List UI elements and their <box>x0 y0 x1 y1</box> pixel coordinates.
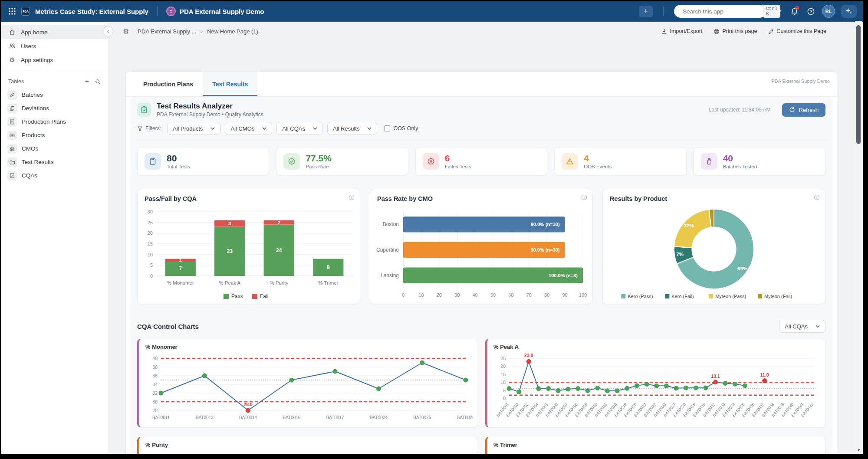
control-chart-plot: 0510152025BAT0001BAT0002BAT000323.0BAT00… <box>491 353 821 425</box>
info-icon[interactable] <box>581 194 587 202</box>
svg-text:0: 0 <box>150 273 153 279</box>
svg-text:24: 24 <box>276 247 282 253</box>
customize-page-button[interactable]: Customize this Page <box>768 28 826 34</box>
filter-cmos-select[interactable]: All CMOs <box>225 122 272 135</box>
svg-text:Kero (Fail): Kero (Fail) <box>671 294 694 299</box>
tab-production-plans[interactable]: Production Plans <box>134 72 203 96</box>
sidebar-table-production-plans[interactable]: Production Plans <box>1 115 108 128</box>
svg-text:40: 40 <box>472 292 477 298</box>
sidebar-item-label: App settings <box>21 57 53 63</box>
control-chart-plot <box>143 451 473 454</box>
sidebar-table-cmos[interactable]: CMOs <box>1 142 108 155</box>
svg-text:0: 0 <box>503 396 506 401</box>
svg-text:7%: 7% <box>676 252 684 257</box>
info-icon[interactable] <box>349 194 355 202</box>
svg-text:100.0% (n=8): 100.0% (n=8) <box>549 273 578 278</box>
print-page-button[interactable]: Print this page <box>713 28 757 34</box>
chevron-down-icon <box>367 127 372 130</box>
sidebar-table-label: CQAs <box>22 172 37 179</box>
svg-text:34: 34 <box>152 382 158 387</box>
notifications-button[interactable] <box>789 6 799 16</box>
filter-products-select[interactable]: All Products <box>167 122 220 135</box>
ai-assistant-button[interactable] <box>841 5 857 18</box>
top-bar: PDA Metrics Case Study: External Supply … <box>1 1 863 22</box>
barcode-icon <box>7 131 17 140</box>
sidebar-table-cqas[interactable]: CQAs <box>1 169 108 182</box>
favorites-button[interactable] <box>773 6 783 16</box>
star-icon <box>774 7 782 16</box>
oos-only-checkbox[interactable] <box>384 125 390 131</box>
info-icon[interactable] <box>814 194 820 202</box>
svg-text:15: 15 <box>500 372 506 377</box>
add-table-button[interactable]: + <box>85 78 89 85</box>
vertical-scrollbar[interactable]: ▾ <box>855 21 862 454</box>
svg-text:28: 28 <box>152 408 158 413</box>
svg-text:28.0: 28.0 <box>243 402 253 407</box>
notification-dot <box>796 6 799 10</box>
sidebar-table-products[interactable]: Products <box>1 128 108 142</box>
svg-text:20: 20 <box>148 230 153 236</box>
space-icon <box>166 7 176 16</box>
scrollbar-thumb[interactable] <box>856 25 861 144</box>
import-export-label: Import/Export <box>670 28 702 34</box>
svg-text:10.1: 10.1 <box>711 374 720 379</box>
stat-card-batches-tested: 40 Batches Tested <box>694 147 825 176</box>
sidebar-item-users[interactable]: Users <box>1 39 108 53</box>
breadcrumb-current[interactable]: New Home Page (1) <box>207 28 258 35</box>
control-cqa-select[interactable]: All CQAs <box>779 320 825 333</box>
app-grid-icon[interactable] <box>7 7 17 16</box>
space-title: PDA External Supply Demo <box>180 8 264 15</box>
dashboard-title-block: Test Results Analyzer PDA External Suppl… <box>157 102 263 118</box>
sidebar-table-batches[interactable]: Batches <box>1 88 108 102</box>
svg-text:15: 15 <box>148 241 153 246</box>
help-button[interactable]: ? <box>806 6 816 16</box>
copies-icon <box>7 104 17 113</box>
search-tables-button[interactable] <box>95 79 101 85</box>
flask-icon <box>701 153 717 170</box>
filter-results-select[interactable]: All Results <box>327 122 377 135</box>
stats-row: 80 Total Tests 77.5% Pass Rate <box>137 147 825 176</box>
filter-products-value: All Products <box>173 125 203 132</box>
scrollbar-down-arrow[interactable]: ▾ <box>855 447 862 453</box>
svg-text:38: 38 <box>152 364 158 370</box>
topbar-divider <box>157 7 158 16</box>
sidebar-item-app-home[interactable]: App home <box>1 25 108 39</box>
control-chart-plot: 28303234363840BAT0011BAT0013BAT001428.0B… <box>143 353 473 425</box>
search-input[interactable] <box>683 8 760 15</box>
tab-test-results[interactable]: Test Results <box>203 72 257 96</box>
stat-value: 40 <box>723 154 757 163</box>
svg-text:25: 25 <box>148 220 153 225</box>
svg-text:90: 90 <box>562 292 567 298</box>
user-avatar[interactable]: RL <box>822 5 835 18</box>
sidebar-table-label: Deviations <box>22 105 49 111</box>
stat-label: Failed Tests <box>445 164 471 169</box>
svg-text:100: 100 <box>579 292 587 298</box>
stat-label: OOS Events <box>584 164 612 169</box>
sidebar-divider <box>1 71 108 71</box>
control-chart-purity: % Purity <box>137 437 477 454</box>
chevron-down-icon <box>210 127 215 130</box>
chart-title: Pass/Fail by CQA <box>145 195 353 202</box>
sidebar-item-app-settings[interactable]: ⚙ App settings <box>1 53 108 67</box>
svg-text:BAT0026: BAT0026 <box>457 415 473 420</box>
page-settings-gear-icon[interactable]: ⚙ <box>123 27 129 36</box>
refresh-button[interactable]: Refresh <box>782 103 825 117</box>
gear-icon: ⚙ <box>8 56 16 64</box>
import-export-button[interactable]: Import/Export <box>661 28 702 34</box>
sidebar-collapse-button[interactable]: ‹ <box>103 26 113 36</box>
sidebar-table-deviations[interactable]: Deviations <box>1 102 108 115</box>
sidebar-table-test-results[interactable]: Test Results <box>1 155 108 169</box>
control-chart-plot <box>491 451 821 454</box>
filter-cqas-select[interactable]: All CQAs <box>276 122 323 135</box>
svg-text:BAT0013: BAT0013 <box>196 415 214 420</box>
svg-text:BAT0025: BAT0025 <box>413 415 431 420</box>
svg-text:30: 30 <box>148 209 153 214</box>
svg-text:% Trimer: % Trimer <box>318 280 338 285</box>
app-search[interactable]: Ctrl K <box>674 5 766 18</box>
stat-label: Total Tests <box>167 164 190 169</box>
svg-text:70: 70 <box>526 292 532 298</box>
add-button[interactable]: + <box>639 6 653 17</box>
app-title[interactable]: Metrics Case Study: External Supply <box>35 8 148 15</box>
breadcrumb-parent[interactable]: PDA External Supply ... <box>138 28 196 35</box>
space-switcher[interactable]: PDA External Supply Demo <box>166 7 264 16</box>
